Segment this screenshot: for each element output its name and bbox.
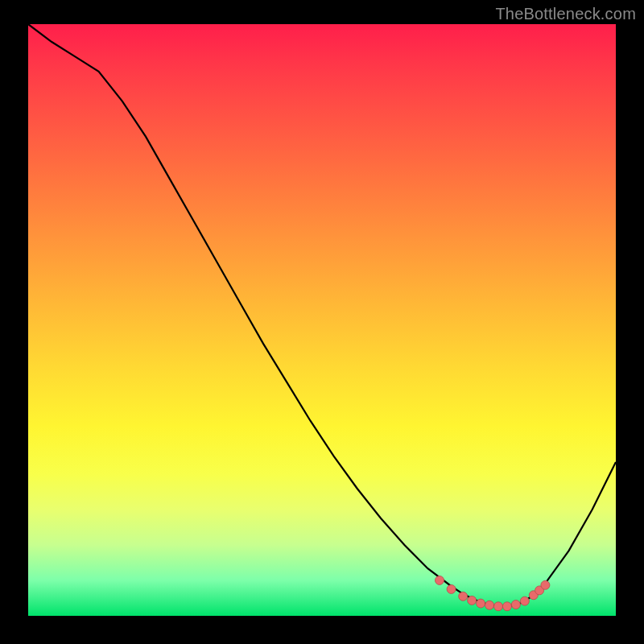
optimal-point-marker <box>520 597 529 605</box>
optimal-point-marker <box>459 592 468 601</box>
optimal-point-marker <box>468 596 477 605</box>
watermark-text: TheBottleneck.com <box>495 5 636 23</box>
optimal-point-marker <box>447 584 456 593</box>
optimal-point-marker <box>485 601 494 609</box>
optimal-range-markers <box>436 576 550 610</box>
curve-svg <box>28 24 616 616</box>
optimal-point-marker <box>494 602 503 611</box>
optimal-point-marker <box>502 602 511 611</box>
plot-area <box>28 24 616 616</box>
optimal-point-marker <box>477 599 485 608</box>
optimal-point-marker <box>436 576 444 584</box>
optimal-point-marker <box>511 601 520 609</box>
optimal-point-marker <box>541 580 550 589</box>
bottleneck-curve <box>28 24 616 606</box>
chart-stage: TheBottleneck.com <box>0 0 644 644</box>
